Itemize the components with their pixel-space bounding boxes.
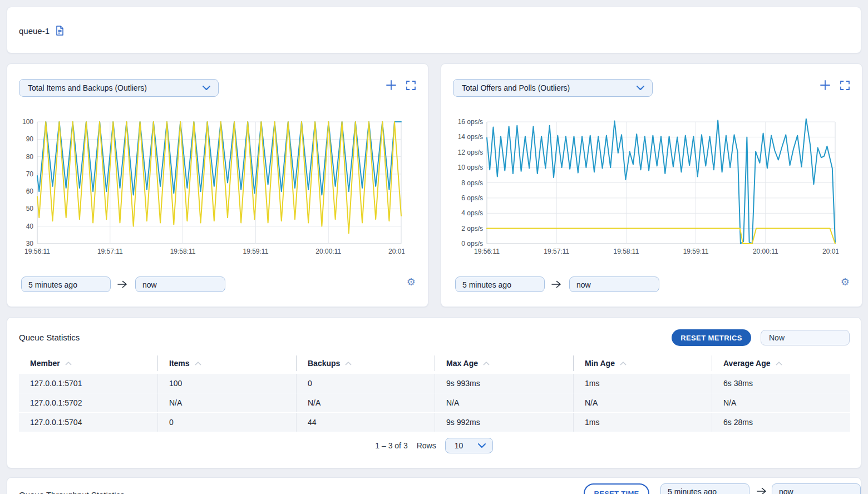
svg-text:90: 90	[26, 135, 34, 143]
reset-time-button[interactable]: RESET TIME	[584, 483, 649, 494]
section-title: Queue Statistics	[19, 333, 80, 342]
column-header-min-age[interactable]: Min Age	[573, 355, 712, 371]
arrow-right-icon	[117, 280, 129, 288]
metric-selector-value: Total Items and Backups (Outliers)	[19, 83, 203, 92]
queue-header-card: queue-1	[7, 7, 861, 53]
items-backups-chart[interactable]: 1009080706050403019:56:1119:57:1119:58:1…	[8, 118, 405, 258]
cell-backups: 44	[296, 413, 435, 432]
arrow-right-icon	[551, 280, 563, 288]
svg-text:20:01:11: 20:01:11	[388, 248, 405, 255]
sort-asc-icon	[620, 362, 627, 365]
time-to-input[interactable]: now	[569, 276, 659, 292]
rows-label: Rows	[417, 441, 436, 450]
svg-text:19:58:11: 19:58:11	[170, 248, 196, 255]
cell-average-age: N/A	[712, 393, 850, 412]
sort-asc-icon	[345, 362, 352, 365]
svg-text:19:56:11: 19:56:11	[24, 248, 50, 255]
time-range: 5 minutes ago now	[21, 276, 225, 292]
gear-icon[interactable]: ⚙	[407, 277, 416, 287]
cell-average-age: 6s 38ms	[712, 374, 850, 393]
sort-asc-icon	[776, 362, 782, 365]
time-to-input[interactable]: now	[772, 483, 861, 494]
time-from-input[interactable]: 5 minutes ago	[660, 483, 749, 494]
svg-text:16 ops/s: 16 ops/s	[458, 118, 483, 126]
pagination: 1 – 3 of 3 Rows 10	[7, 438, 861, 453]
queue-statistics-table: Member Items Backups Max Age Min Age Ave…	[19, 355, 850, 432]
cell-member: 127.0.0.1:5702	[19, 393, 157, 412]
svg-text:50: 50	[26, 205, 34, 213]
svg-text:40: 40	[26, 223, 34, 230]
column-header-max-age[interactable]: Max Age	[435, 355, 573, 371]
table-header-row: Member Items Backups Max Age Min Age Ave…	[19, 355, 850, 371]
time-to-input[interactable]: now	[135, 276, 225, 292]
page-title: queue-1	[19, 26, 65, 36]
svg-text:10 ops/s: 10 ops/s	[458, 164, 483, 171]
offers-polls-chart-card: Total Offers and Polls (Outliers) 16 ops…	[441, 63, 862, 307]
svg-text:6 ops/s: 6 ops/s	[461, 194, 483, 202]
svg-text:100: 100	[22, 118, 33, 126]
pagination-range: 1 – 3 of 3	[375, 441, 407, 450]
cell-average-age: 6s 28ms	[712, 413, 850, 432]
chevron-down-icon	[478, 443, 486, 448]
svg-text:19:56:11: 19:56:11	[474, 248, 500, 255]
reset-metrics-button[interactable]: RESET METRICS	[672, 329, 751, 346]
svg-text:19:58:11: 19:58:11	[613, 248, 639, 255]
cell-items: 100	[157, 374, 296, 393]
svg-text:19:57:11: 19:57:11	[97, 248, 123, 255]
cell-member: 127.0.0.1:5704	[19, 413, 157, 432]
metric-selector[interactable]: Total Items and Backups (Outliers)	[19, 79, 219, 97]
time-from-input[interactable]: 5 minutes ago	[21, 276, 111, 292]
cell-min-age: 1ms	[573, 413, 712, 432]
queue-statistics-card: Queue Statistics RESET METRICS Now Membe…	[7, 317, 861, 468]
queue-throughput-card: Queue Throughput Statistics RESET TIME 5…	[7, 477, 861, 494]
sort-asc-icon	[195, 362, 201, 365]
cell-backups: 0	[296, 374, 435, 393]
rows-per-page-value: 10	[446, 441, 478, 450]
fullscreen-icon[interactable]	[840, 81, 850, 90]
cell-items: N/A	[157, 393, 296, 412]
cell-member: 127.0.0.1:5701	[19, 374, 157, 393]
svg-text:8 ops/s: 8 ops/s	[461, 179, 483, 187]
svg-text:30: 30	[26, 240, 34, 248]
column-header-average-age[interactable]: Average Age	[712, 355, 850, 371]
svg-text:4 ops/s: 4 ops/s	[461, 209, 483, 217]
svg-text:19:59:11: 19:59:11	[683, 248, 709, 255]
column-header-backups[interactable]: Backups	[296, 355, 435, 371]
svg-text:14 ops/s: 14 ops/s	[458, 133, 483, 141]
time-from-input[interactable]: 5 minutes ago	[455, 276, 545, 292]
svg-text:60: 60	[26, 187, 34, 195]
chevron-down-icon	[203, 86, 210, 90]
svg-text:70: 70	[26, 170, 34, 178]
metrics-time-input[interactable]: Now	[761, 330, 850, 345]
offers-polls-chart[interactable]: 16 ops/s14 ops/s12 ops/s10 ops/s8 ops/s6…	[442, 118, 839, 258]
svg-text:2 ops/s: 2 ops/s	[461, 225, 483, 233]
sort-asc-icon	[65, 362, 72, 365]
column-header-member[interactable]: Member	[19, 355, 157, 371]
chevron-down-icon	[637, 86, 644, 90]
cell-items: 0	[157, 413, 296, 432]
rows-per-page-select[interactable]: 10	[445, 438, 493, 453]
cell-max-age: 9s 992ms	[435, 413, 573, 432]
column-header-items[interactable]: Items	[157, 355, 296, 371]
svg-text:20:00:11: 20:00:11	[315, 248, 341, 255]
add-chart-icon[interactable]	[820, 80, 830, 90]
fullscreen-icon[interactable]	[406, 81, 416, 90]
section-title: Queue Throughput Statistics	[19, 490, 125, 494]
cell-min-age: N/A	[573, 393, 712, 412]
cell-max-age: 9s 993ms	[435, 374, 573, 393]
cell-max-age: N/A	[435, 393, 573, 412]
table-row: 127.0.0.1:5704 0 44 9s 992ms 1ms 6s 28ms	[19, 413, 850, 432]
metric-selector[interactable]: Total Offers and Polls (Outliers)	[453, 79, 653, 97]
svg-text:20:01:11: 20:01:11	[822, 248, 839, 255]
svg-text:12 ops/s: 12 ops/s	[458, 149, 483, 156]
document-icon[interactable]	[55, 26, 65, 36]
gear-icon[interactable]: ⚙	[841, 277, 850, 287]
add-chart-icon[interactable]	[386, 80, 396, 90]
cell-backups: N/A	[296, 393, 435, 412]
svg-text:20:00:11: 20:00:11	[753, 248, 778, 255]
metric-selector-value: Total Offers and Polls (Outliers)	[453, 83, 637, 92]
time-range: 5 minutes ago now	[455, 276, 659, 292]
svg-text:19:59:11: 19:59:11	[243, 248, 268, 255]
cell-min-age: 1ms	[573, 374, 712, 393]
svg-text:0 ops/s: 0 ops/s	[461, 240, 483, 248]
